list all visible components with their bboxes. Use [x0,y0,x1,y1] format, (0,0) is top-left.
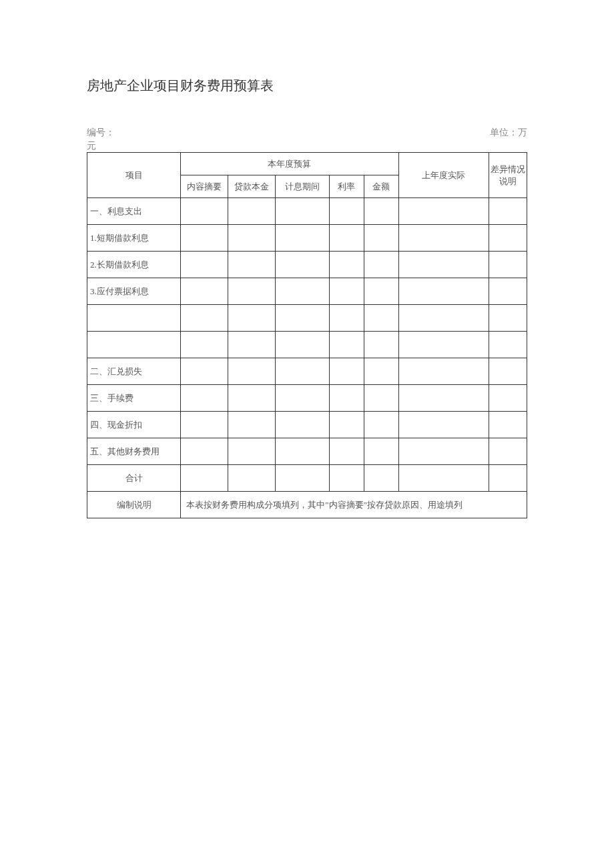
data-cell [489,305,527,332]
data-cell [228,465,275,492]
data-cell [398,198,489,225]
header-amount: 金额 [364,175,398,198]
data-cell [398,438,489,465]
table-header: 项目 本年度预算 上年度实际 差异情况说明 内容摘要 贷款本金 计息期间 利率 … [87,153,527,198]
row-label-cell: 三、手续费 [87,385,181,412]
data-cell [181,198,228,225]
data-cell [329,465,364,492]
header-this-year: 本年度预算 [181,153,398,175]
data-cell [181,358,228,385]
row-label-cell: 3.应付票据利息 [87,278,181,305]
data-cell [398,332,489,358]
data-cell [275,438,329,465]
data-cell [329,305,364,332]
table-row: 3.应付票据利息 [87,278,527,305]
data-cell [489,412,527,438]
row-label-cell [87,305,181,332]
data-cell [329,252,364,278]
budget-table: 项目 本年度预算 上年度实际 差异情况说明 内容摘要 贷款本金 计息期间 利率 … [87,152,527,518]
footer-text: 本表按财务费用构成分项填列，其中"内容摘要"按存贷款原因、用途填列 [181,492,527,518]
data-cell [398,358,489,385]
data-cell [489,225,527,252]
row-label-cell: 1.短期借款利息 [87,225,181,252]
row-label-cell [87,332,181,358]
row-label-cell: 一、利息支出 [87,198,181,225]
data-cell [329,438,364,465]
data-cell [489,465,527,492]
data-cell [275,358,329,385]
data-cell [489,252,527,278]
table-row: 2.长期借款利息 [87,252,527,278]
data-cell [329,198,364,225]
row-label-cell: 2.长期借款利息 [87,252,181,278]
data-cell [364,412,398,438]
data-cell [398,412,489,438]
row-label-cell: 合计 [87,465,181,492]
data-cell [489,438,527,465]
data-cell [364,438,398,465]
table-row [87,332,527,358]
data-cell [228,225,275,252]
data-cell [364,225,398,252]
header-period: 计息期间 [275,175,329,198]
data-cell [181,252,228,278]
table-row: 一、利息支出 [87,198,527,225]
data-cell [398,465,489,492]
data-cell [275,332,329,358]
data-cell [364,332,398,358]
data-cell [275,305,329,332]
data-cell [489,198,527,225]
data-cell [228,252,275,278]
data-cell [364,385,398,412]
unit-label-part1: 单位：万 [490,127,527,139]
data-cell [228,332,275,358]
data-cell [181,385,228,412]
data-cell [275,465,329,492]
document-page: 房地产企业项目财务费用预算表 编号： 单位：万 元 项目 本年度预算 上年度实际… [0,0,614,518]
header-last-year: 上年度实际 [398,153,489,198]
data-cell [275,198,329,225]
row-label-cell: 五、其他财务费用 [87,438,181,465]
unit-label-part2: 元 [87,140,527,152]
data-cell [181,465,228,492]
data-cell [275,412,329,438]
table-row: 1.短期借款利息 [87,225,527,252]
data-cell [329,225,364,252]
table-row: 五、其他财务费用 [87,438,527,465]
header-project: 项目 [87,153,181,198]
data-cell [181,278,228,305]
table-body: 一、利息支出1.短期借款利息2.长期借款利息3.应付票据利息二、汇兑损失三、手续… [87,198,527,492]
data-cell [181,332,228,358]
table-row: 二、汇兑损失 [87,358,527,385]
header-diff: 差异情况说明 [489,153,527,198]
data-cell [489,358,527,385]
id-label: 编号： [87,127,115,139]
data-cell [364,358,398,385]
data-cell [275,225,329,252]
data-cell [181,225,228,252]
table-row [87,305,527,332]
header-summary: 内容摘要 [181,175,228,198]
table-row: 合计 [87,465,527,492]
footer-label: 编制说明 [87,492,181,518]
data-cell [228,278,275,305]
meta-row: 编号： 单位：万 [87,127,527,139]
data-cell [398,278,489,305]
data-cell [329,278,364,305]
data-cell [329,385,364,412]
data-cell [228,358,275,385]
data-cell [489,278,527,305]
table-row: 三、手续费 [87,385,527,412]
data-cell [364,252,398,278]
document-title: 房地产企业项目财务费用预算表 [87,77,527,95]
row-label-cell: 四、现金折扣 [87,412,181,438]
data-cell [181,412,228,438]
data-cell [329,412,364,438]
data-cell [398,305,489,332]
data-cell [364,465,398,492]
data-cell [364,305,398,332]
data-cell [489,332,527,358]
data-cell [398,252,489,278]
table-footer: 编制说明 本表按财务费用构成分项填列，其中"内容摘要"按存贷款原因、用途填列 [87,492,527,518]
row-label-cell: 二、汇兑损失 [87,358,181,385]
